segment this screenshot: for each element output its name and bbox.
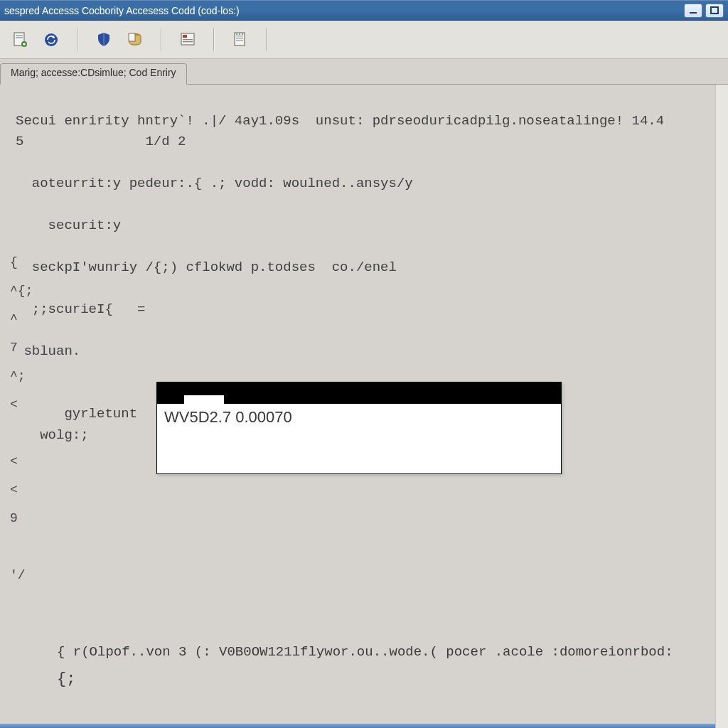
toolbar-separator bbox=[161, 28, 162, 51]
vertical-scrollbar[interactable] bbox=[715, 85, 728, 728]
gutter-mark: 7 bbox=[10, 341, 30, 369]
svg-rect-8 bbox=[129, 33, 135, 41]
gutter-mark: { bbox=[10, 255, 30, 284]
svg-point-18 bbox=[239, 33, 240, 35]
code-line: ;;scurieI{ = bbox=[16, 301, 145, 317]
app-window: sespred Accesss Cocbority Accesess Codd … bbox=[0, 0, 728, 728]
form-icon bbox=[178, 31, 197, 49]
toolbar-form[interactable] bbox=[175, 27, 200, 53]
popup-tab-notch bbox=[184, 395, 224, 408]
code-line: gyrletunt bbox=[16, 406, 137, 422]
tab-code-entry[interactable]: Marig; accesse:CDsimlue; Cod Enriry bbox=[0, 63, 187, 85]
gutter-mark bbox=[10, 540, 30, 568]
editor-gutter: { ^{; ^ 7 ^; < < < 9 '/ bbox=[10, 255, 30, 596]
toolbar-database[interactable] bbox=[122, 27, 148, 53]
svg-rect-14 bbox=[236, 36, 243, 36]
toolbar-refresh[interactable] bbox=[38, 27, 64, 53]
code-line: seckpI'wunriy /{;) cflokwd p.todses co./… bbox=[16, 259, 397, 275]
code-footer-line: { r(Olpof..von 3 (: V0B0OW121lflywor.ou.… bbox=[57, 644, 673, 660]
code-line: Secui enririty hntry`! .|/ 4ay1.09s unsu… bbox=[16, 113, 664, 129]
popup-header bbox=[157, 382, 561, 404]
refresh-icon bbox=[42, 31, 60, 49]
svg-rect-10 bbox=[183, 35, 187, 38]
minimize-button[interactable] bbox=[684, 4, 702, 18]
svg-rect-15 bbox=[236, 38, 243, 38]
editor-area: Secui enririty hntry`! .|/ 4ay1.09s unsu… bbox=[0, 85, 728, 728]
svg-rect-0 bbox=[690, 12, 697, 14]
window-title: sespred Accesss Cocbority Accesess Codd … bbox=[4, 5, 684, 16]
gutter-mark: ^{; bbox=[10, 284, 30, 312]
toolbar-new-document[interactable] bbox=[7, 27, 33, 53]
svg-point-17 bbox=[236, 33, 237, 35]
tab-strip: Marig; accesse:CDsimlue; Cod Enriry bbox=[0, 59, 728, 85]
shield-icon bbox=[95, 31, 113, 49]
svg-rect-16 bbox=[236, 40, 243, 41]
svg-rect-3 bbox=[16, 35, 23, 36]
svg-rect-11 bbox=[183, 39, 193, 40]
maximize-button[interactable] bbox=[705, 4, 724, 18]
titlebar: sespred Accesss Cocbority Accesess Codd … bbox=[0, 1, 728, 21]
toolbar-separator bbox=[77, 28, 78, 51]
code-line: securit:y bbox=[16, 218, 121, 233]
code-line-left: 5 bbox=[16, 134, 23, 149]
code-line-right: 1/d 2 bbox=[145, 134, 186, 149]
toolbar-note[interactable] bbox=[228, 27, 253, 53]
window-bottom-border bbox=[0, 724, 715, 728]
gutter-mark: ^; bbox=[10, 369, 30, 397]
autocomplete-popup[interactable]: WV5D2.7 0.00070 bbox=[156, 382, 562, 474]
note-icon bbox=[231, 31, 250, 49]
gutter-mark: 9 bbox=[10, 511, 30, 540]
toolbar-separator bbox=[266, 28, 267, 51]
gutter-mark bbox=[10, 426, 30, 454]
svg-rect-12 bbox=[183, 41, 193, 42]
gutter-mark: '/ bbox=[10, 568, 30, 596]
gutter-mark: < bbox=[10, 483, 30, 511]
gutter-mark: ^ bbox=[10, 312, 30, 341]
tab-label: Marig; accesse:CDsimlue; Cod Enriry bbox=[11, 67, 176, 78]
toolbar-separator bbox=[213, 28, 215, 51]
svg-point-19 bbox=[242, 33, 243, 35]
svg-rect-4 bbox=[16, 37, 23, 38]
code-line: aoteurrit:y pedeur:.{ .; vodd: woulned..… bbox=[16, 176, 413, 191]
toolbar-shield[interactable] bbox=[91, 27, 117, 53]
window-buttons bbox=[684, 4, 724, 18]
database-icon bbox=[126, 31, 144, 49]
svg-rect-1 bbox=[711, 7, 718, 14]
new-document-icon bbox=[11, 31, 29, 49]
gutter-mark: < bbox=[10, 397, 30, 426]
code-footer-brace: {; bbox=[57, 670, 75, 688]
gutter-mark: < bbox=[10, 454, 30, 483]
svg-point-6 bbox=[45, 33, 58, 46]
toolbar bbox=[0, 21, 728, 59]
